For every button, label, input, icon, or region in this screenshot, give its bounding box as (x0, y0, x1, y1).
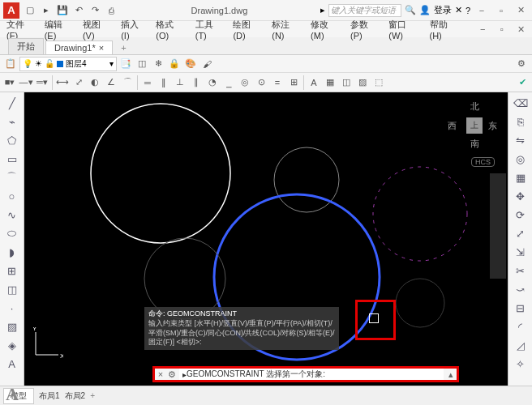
hatch-tool-icon[interactable]: ▨ (0, 318, 24, 335)
tab-start[interactable]: 开始 (8, 38, 44, 54)
viewcube-top[interactable]: 上 (466, 117, 483, 134)
layer-dropdown[interactable]: 💡 ☀ 🔓 图层4 ▾ (19, 57, 117, 71)
constraint-perp-icon[interactable]: ⊥ (172, 75, 188, 90)
constraint-fix-icon[interactable]: ⊞ (285, 75, 302, 90)
layout1-tab[interactable]: 布局1 (39, 390, 60, 402)
erase-icon[interactable]: ⌫ (508, 94, 532, 112)
constraint-concentric-icon[interactable]: ◎ (237, 75, 253, 90)
line-icon[interactable]: ╱ (0, 94, 24, 112)
constraint-colinear-icon[interactable]: ⎯ (221, 75, 237, 90)
tab-drawing[interactable]: Drawing1*× (45, 40, 113, 54)
user-icon[interactable]: 👤 (419, 5, 431, 15)
cmd-opts-icon[interactable]: ⚙ (166, 369, 178, 380)
app-icon[interactable]: A (3, 2, 19, 19)
layer-lock-icon[interactable]: 🔒 (167, 57, 182, 71)
print-icon[interactable]: ⎙ (104, 3, 118, 18)
dim-aligned-icon[interactable]: ⤢ (71, 75, 87, 90)
extend-icon[interactable]: ⤻ (508, 280, 532, 298)
constraint-vert-icon[interactable]: ‖ (156, 75, 172, 90)
tab-close-icon[interactable]: × (99, 43, 104, 53)
menu-file[interactable]: 文件(F) (3, 19, 38, 40)
new-icon[interactable]: ▢ (23, 3, 37, 18)
search-arrow-icon[interactable]: ▸ (320, 5, 325, 15)
viewcube-west[interactable]: 西 (448, 120, 457, 132)
layer-color-icon[interactable]: 🎨 (183, 57, 198, 71)
menu-help[interactable]: 帮助(H) (427, 19, 462, 40)
cmd-close-icon[interactable]: × (155, 369, 166, 379)
trim-icon[interactable]: ✂ (508, 262, 532, 279)
constraint-parallel-icon[interactable]: ∥ (188, 75, 204, 90)
menu-dimension[interactable]: 标注(N) (268, 19, 304, 40)
rotate-icon[interactable]: ⟳ (508, 206, 532, 224)
region-icon[interactable]: ◈ (0, 336, 24, 354)
scale-icon[interactable]: ⤢ (508, 224, 532, 242)
move-icon[interactable]: ✥ (508, 187, 532, 205)
maximize-button[interactable]: ▫ (493, 6, 509, 15)
mtext-icon[interactable]: A (0, 355, 24, 373)
viewcube-north[interactable]: 北 (470, 100, 479, 113)
constraint-horiz-icon[interactable]: ═ (139, 75, 156, 90)
menu-edit[interactable]: 编辑(E) (41, 19, 76, 40)
fillet-icon[interactable]: ◜ (508, 318, 532, 335)
insert-icon[interactable]: ⊞ (0, 262, 24, 279)
explode-icon[interactable]: ✧ (508, 355, 532, 373)
doc-min-button[interactable]: − (474, 24, 491, 34)
search-icon[interactable]: 🔍 (405, 5, 416, 15)
stretch-icon[interactable]: ⇲ (508, 243, 532, 261)
rectangle-icon[interactable]: ▭ (0, 150, 24, 168)
tab-add-button[interactable]: + (114, 41, 132, 54)
chamfer-icon[interactable]: ◿ (508, 336, 532, 354)
hatch-icon[interactable]: ▨ (354, 75, 371, 90)
ellipse-arc-icon[interactable]: ◗ (0, 243, 24, 261)
circle-icon[interactable]: ○ (0, 187, 24, 205)
point-icon[interactable]: · (0, 299, 24, 317)
cmd-history-icon[interactable]: ▴ (445, 369, 457, 380)
mirror-icon[interactable]: ⇋ (508, 131, 532, 149)
spline-icon[interactable]: ∿ (0, 206, 24, 224)
gear-icon[interactable]: ⚙ (514, 57, 529, 71)
layer-iso-icon[interactable]: ◫ (135, 57, 149, 71)
dim-linear-icon[interactable]: ⟷ (54, 75, 71, 90)
block-icon[interactable]: ◫ (338, 75, 354, 90)
array-icon[interactable]: ▦ (508, 168, 532, 186)
lineweight-dropdown[interactable]: ═▾ (34, 75, 50, 90)
arc-icon[interactable]: ⌒ (0, 168, 24, 186)
layer-state-icon[interactable]: 📑 (118, 57, 133, 71)
exchange-icon[interactable]: ✕ (455, 5, 462, 15)
polyline-icon[interactable]: ⌁ (0, 113, 24, 130)
viewcube-south[interactable]: 南 (470, 138, 479, 150)
constraint-coincident-icon[interactable]: ⊙ (253, 75, 269, 90)
minimize-button[interactable]: − (474, 6, 490, 15)
doc-max-button[interactable]: ▫ (494, 24, 510, 34)
help-icon[interactable]: ? (466, 6, 470, 15)
text-icon[interactable]: A (306, 75, 322, 90)
dim-angular-icon[interactable]: ∠ (103, 75, 119, 90)
layer-props-icon[interactable]: 📋 (3, 57, 18, 71)
menu-param[interactable]: 参数(P) (347, 19, 382, 40)
menu-format[interactable]: 格式(O) (152, 19, 188, 40)
drawing-canvas[interactable]: 北 南 西 东 上 HCS YX 命令: GEOMCONSTRAINT 输入约束… (24, 92, 508, 386)
viewcube-east[interactable]: 东 (488, 120, 497, 132)
search-input[interactable]: 键入关键字或短语 (328, 4, 401, 17)
menu-tools[interactable]: 工具(T) (192, 19, 227, 40)
login-link[interactable]: 登录 (434, 4, 452, 16)
add-layout-button[interactable]: + (90, 391, 95, 400)
save-icon[interactable]: 💾 (55, 3, 70, 18)
menu-modify[interactable]: 修改(M) (307, 19, 344, 40)
constraint-tangent-icon[interactable]: ◔ (204, 75, 221, 90)
break-icon[interactable]: ⊟ (508, 299, 532, 317)
polygon-icon[interactable]: ⬠ (0, 131, 24, 149)
menu-view[interactable]: 视图(V) (79, 19, 114, 40)
doc-close-button[interactable]: ✕ (513, 24, 529, 35)
redo-icon[interactable]: ↷ (88, 3, 102, 18)
ucs-label[interactable]: HCS (471, 157, 495, 167)
layer-freeze-icon[interactable]: ❄ (151, 57, 165, 71)
layer-match-icon[interactable]: 🖌 (200, 57, 214, 71)
linetype-dropdown[interactable]: —▾ (18, 75, 34, 90)
copy-icon[interactable]: ⎘ (508, 113, 532, 130)
layout2-tab[interactable]: 布局2 (65, 390, 86, 402)
navigation-bar[interactable] (490, 173, 506, 279)
command-input[interactable]: ▸ GEOMCONSTRAINT 选择第一个对象: (179, 369, 444, 380)
text-style-icon[interactable]: A (0, 384, 24, 405)
table-icon[interactable]: ▦ (322, 75, 338, 90)
